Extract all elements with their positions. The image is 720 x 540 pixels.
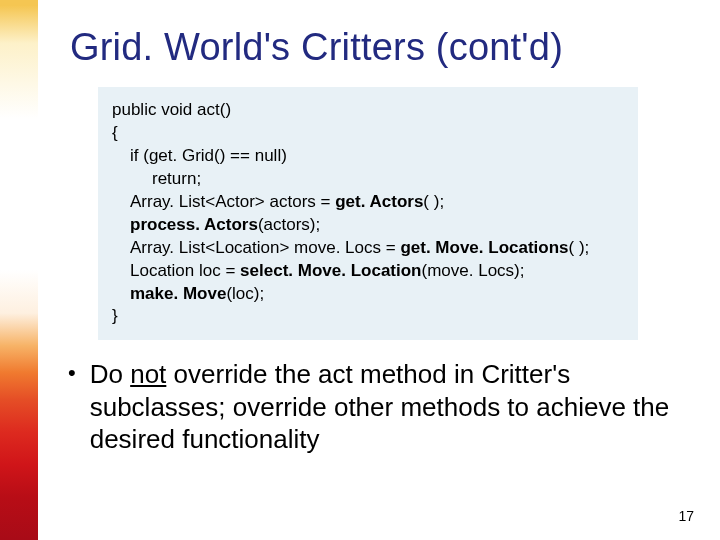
code-line: Array. List<Actor> actors = get. Actors(…	[112, 191, 624, 214]
code-line: if (get. Grid() == null)	[112, 145, 624, 168]
code-text: (loc);	[226, 284, 264, 303]
code-line: return;	[112, 168, 624, 191]
code-line: Location loc = select. Move. Location(mo…	[112, 260, 624, 283]
code-text: ( );	[569, 238, 590, 257]
code-bold: select. Move. Location	[240, 261, 421, 280]
text-underline: not	[130, 359, 166, 389]
code-text: (move. Locs);	[422, 261, 525, 280]
code-bold: make. Move	[130, 284, 226, 303]
code-text: Location loc =	[130, 261, 240, 280]
slide-title: Grid. World's Critters (cont'd)	[70, 26, 680, 69]
code-text: (actors);	[258, 215, 320, 234]
code-line: Array. List<Location> move. Locs = get. …	[112, 237, 624, 260]
code-line: process. Actors(actors);	[112, 214, 624, 237]
code-block: public void act() { if (get. Grid() == n…	[98, 87, 638, 340]
code-bold: process. Actors	[130, 215, 258, 234]
bullet-text: Do not override the act method in Critte…	[90, 358, 680, 456]
code-text: Array. List<Actor> actors =	[130, 192, 335, 211]
bullet-item: • Do not override the act method in Crit…	[70, 358, 680, 456]
code-bold: get. Actors	[335, 192, 423, 211]
text: act	[318, 359, 353, 389]
code-line: make. Move(loc);	[112, 283, 624, 306]
text: override the	[166, 359, 318, 389]
slide-body: Grid. World's Critters (cont'd) public v…	[0, 0, 720, 540]
code-line: public void act()	[112, 99, 624, 122]
code-line: {	[112, 122, 624, 145]
code-bold: get. Move. Locations	[400, 238, 568, 257]
page-number: 17	[678, 508, 694, 524]
code-text: Array. List<Location> move. Locs =	[130, 238, 400, 257]
text: Do	[90, 359, 130, 389]
code-line: }	[112, 305, 624, 328]
bullet-marker: •	[68, 358, 76, 388]
code-text: ( );	[423, 192, 444, 211]
